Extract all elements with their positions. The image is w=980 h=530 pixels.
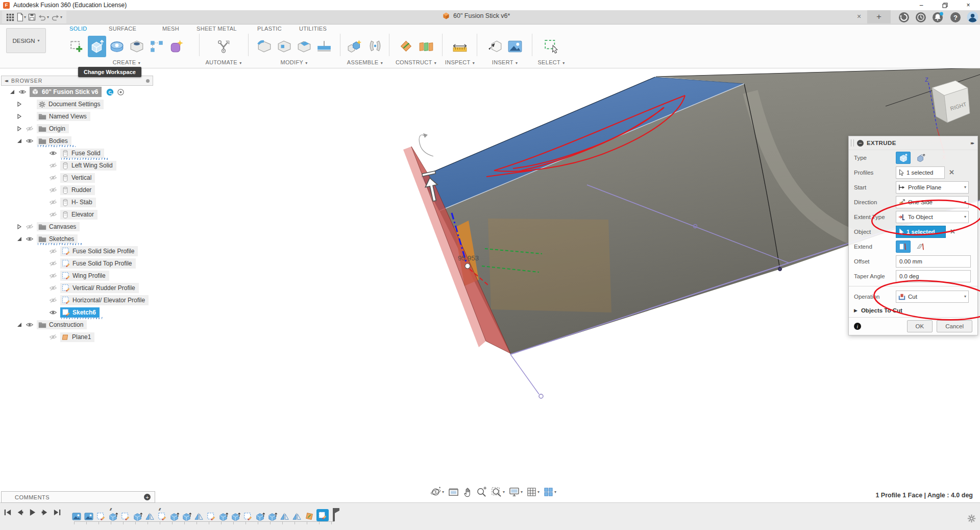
start-dropdown[interactable]: Profile Plane ▾ [896,181,969,194]
undo-button[interactable]: ▾ [38,14,49,21]
browser-item-rudder[interactable]: Rudder [1,184,153,196]
file-button[interactable]: ▾ [16,13,26,21]
account-icon[interactable] [967,11,978,23]
visibility-toggle-icon[interactable] [48,150,58,157]
recent-icon[interactable] [915,12,926,23]
comments-bar[interactable]: COMMENTS + [1,491,155,503]
browser-item-document-settings[interactable]: Document Settings [1,98,153,110]
visibility-toggle-icon[interactable] [25,137,34,144]
revolve-button[interactable] [108,36,126,57]
expander-expanded-icon[interactable] [16,236,22,242]
visibility-toggle-icon[interactable] [25,223,34,230]
browser-item-sketches[interactable]: Sketches [1,233,153,245]
ribbon-tab-solid[interactable]: SOLID [69,26,87,32]
measure-button[interactable] [451,36,469,57]
extrude-dialog[interactable]: − EXTRUDE ▸▸ Type Profiles 1 selected ✕ … [848,136,978,335]
visibility-toggle-icon[interactable] [48,174,58,181]
timeline-item-mirror[interactable] [280,512,289,521]
close-button[interactable]: × [957,0,980,10]
browser-item-origin[interactable]: Origin [1,123,153,135]
timeline-item-sketch[interactable] [316,509,329,521]
timeline-item-extrude[interactable] [169,512,179,521]
timeline-item-plane[interactable] [304,512,314,521]
timeline-item-sketch[interactable] [243,512,253,521]
ribbon-tab-utilities[interactable]: UTILITIES [299,26,327,32]
group-label[interactable]: AUTOMATE ▾ [205,59,241,65]
timeline-item-sketch[interactable]: /// [157,512,167,521]
timeline-item-extrude[interactable] [267,512,277,521]
expander-collapsed-icon[interactable] [16,224,22,229]
browser-item-vertical[interactable]: Vertical [1,172,153,184]
group-label[interactable]: CREATE ▾ [113,59,140,65]
split-button[interactable] [315,36,333,57]
visibility-toggle-icon[interactable] [48,211,58,218]
timeline-item-canvas[interactable] [71,512,81,521]
ribbon-tab-plastic[interactable]: PLASTIC [257,26,282,32]
app-grid-button[interactable] [6,13,14,21]
browser-item-60-fusion-stick-v6[interactable]: 60" Fusion Stick v6C [1,86,153,98]
new-component-button[interactable] [346,36,364,57]
visibility-toggle-icon[interactable] [48,199,58,206]
extensions-icon[interactable] [898,12,910,23]
visibility-toggle-icon[interactable] [18,88,27,95]
collapse-dialog-icon[interactable]: − [857,140,864,147]
form-button[interactable] [167,36,186,57]
timeline-track[interactable] [74,521,334,524]
timeline-item-extrude[interactable] [218,512,228,521]
nav-lookat-button[interactable] [448,488,459,497]
visibility-toggle-icon[interactable] [48,284,58,292]
ribbon-tab-sheet-metal[interactable]: SHEET METAL [197,26,237,32]
automate-button[interactable] [214,36,233,57]
timeline-item-extrude[interactable]: /// [108,512,118,521]
group-label[interactable]: INSPECT ▾ [445,59,475,65]
profiles-selection-button[interactable]: 1 selected [896,166,945,179]
group-label[interactable]: MODIFY ▾ [280,59,307,65]
nav-viewports-button[interactable]: ▾ [544,487,556,497]
info-icon[interactable]: i [854,323,861,330]
hole-button[interactable] [128,36,146,57]
browser-item-bodies[interactable]: Bodies [1,135,153,147]
group-label[interactable]: CONSTRUCT ▾ [396,59,436,65]
browser-item-elevator[interactable]: Elevator [1,208,153,221]
timeline-play-button[interactable] [29,509,36,516]
workspace-selector-button[interactable]: DESIGN ▾ [6,28,46,53]
clear-profiles-icon[interactable]: ✕ [948,168,955,176]
objects-to-cut-expander[interactable]: ▶ Objects To Cut [849,304,977,317]
timeline-prev-button[interactable] [16,509,24,516]
nav-fit-button[interactable]: ▾ [491,487,505,497]
visibility-toggle-icon[interactable] [48,297,58,304]
timeline-start-button[interactable] [4,509,12,516]
browser-item-sketch6[interactable]: Sketch6 [1,306,153,319]
nav-orbit-button[interactable]: ▾ [430,487,444,497]
help-icon[interactable]: ? [950,12,961,23]
visibility-toggle-icon[interactable] [25,321,34,328]
save-button[interactable] [28,13,36,21]
create-sketch-button[interactable] [68,36,86,57]
extend-faces-button[interactable] [896,240,911,253]
browser-item-horizontal-elevator-profile[interactable]: Horizontal/ Elevator Profile [1,294,153,306]
visibility-toggle-icon[interactable] [48,162,58,169]
insert-canvas-button[interactable] [506,36,524,57]
timeline-item-sketch[interactable] [206,512,216,521]
visibility-toggle-icon[interactable] [48,248,58,255]
document-tab[interactable]: 60" Fusion Stick v6* [442,12,510,20]
select-button[interactable] [542,36,560,57]
timeline-item-extrude[interactable] [133,512,142,521]
visibility-toggle-icon[interactable] [48,272,58,279]
browser-item-h-stab[interactable]: H- Stab [1,196,153,208]
group-label[interactable]: INSERT ▾ [492,59,518,65]
timeline-item-extrude[interactable] [182,512,191,521]
timeline-end-button[interactable] [53,509,61,516]
cancel-button[interactable]: Cancel [937,320,972,332]
visibility-toggle-icon[interactable] [25,125,34,132]
minimize-button[interactable]: – [910,0,933,10]
gear-icon[interactable] [967,514,976,523]
sketch-point[interactable] [465,263,470,269]
add-comment-icon[interactable]: + [144,494,151,500]
expander-expanded-icon[interactable] [16,322,22,327]
extend-body-button[interactable] [914,241,927,252]
direction-dropdown[interactable]: One Side ▾ [896,196,969,208]
fillet-button[interactable] [275,36,293,57]
drag-grip-icon[interactable] [851,139,854,147]
dialog-header[interactable]: − EXTRUDE ▸▸ [849,136,977,150]
